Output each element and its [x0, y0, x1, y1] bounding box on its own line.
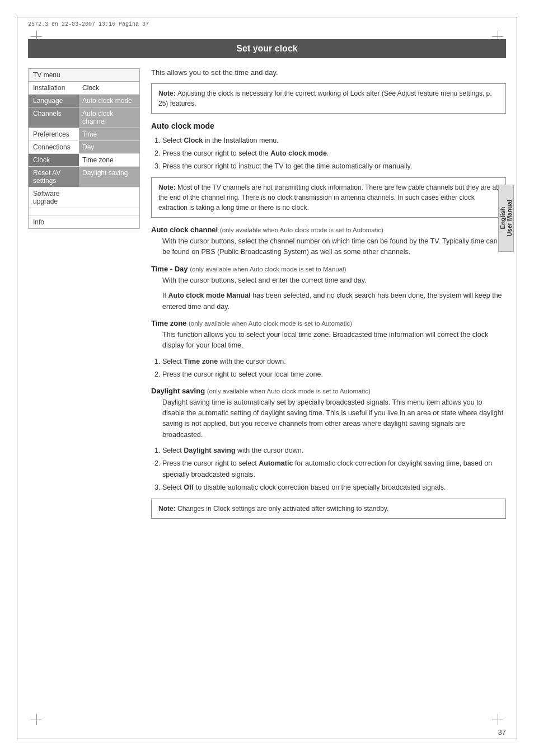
section-auto-clock-channel: Auto clock channel (only available when …: [151, 226, 506, 258]
text-time-zone-intro: This function allows you to select your …: [162, 330, 506, 351]
sub-note-time-day: (only available when Auto clock mode is …: [190, 266, 346, 273]
note-box-auto-clock: Note: Most of the TV channels are not tr…: [151, 177, 506, 218]
steps-auto-clock-mode: Select Clock in the Installation menu. P…: [162, 135, 506, 172]
main-content: Set your clock TV menu Installation Cloc…: [28, 39, 506, 728]
border-top: [17, 17, 517, 17]
menu-row-clock[interactable]: Clock Time zone: [29, 154, 139, 167]
menu-item-auto-clock-channel: Auto clock channel: [79, 107, 139, 128]
side-tab-text: EnglishUser Manual: [499, 200, 513, 236]
menu-item-auto-clock-mode: Auto clock mode: [79, 95, 139, 107]
menu-item-clock-left: Clock: [29, 154, 79, 166]
heading-time-day: Time - Day (only available when Auto clo…: [151, 265, 506, 273]
menu-item-daylight-saving: Daylight saving: [79, 167, 139, 187]
menu-item-reset-av: Reset AV settings: [29, 167, 79, 187]
menu-item-empty: [79, 187, 139, 208]
note-text-auto-clock: Most of the TV channels are not transmit…: [158, 184, 498, 212]
border-bottom: [17, 739, 517, 739]
menu-item-preferences: Preferences: [29, 128, 79, 140]
sub-note-time-zone: (only available when Auto clock mode is …: [189, 320, 352, 327]
heading-daylight-saving: Daylight saving (only available when Aut…: [151, 387, 506, 395]
sub-note-auto-clock-channel: (only available when Auto clock mode is …: [220, 227, 383, 233]
menu-item-day: Day: [79, 141, 139, 153]
step-tz-1: Select Time zone with the cursor down.: [162, 356, 506, 367]
step-3: Press the cursor right to instruct the T…: [162, 161, 506, 172]
note-text-1: Adjusting the clock is necessary for the…: [158, 90, 492, 107]
section-time-zone: Time zone (only available when Auto cloc…: [151, 319, 506, 380]
menu-row-connections[interactable]: Connections Day: [29, 141, 139, 154]
left-column: TV menu Installation Clock Language Auto…: [28, 68, 140, 527]
note-label-2: Note:: [158, 505, 177, 513]
heading-time-zone: Time zone (only available when Auto cloc…: [151, 319, 506, 327]
steps-time-zone: Select Time zone with the cursor down. P…: [162, 356, 506, 380]
menu-row-channels[interactable]: Channels Auto clock channel: [29, 107, 139, 128]
note-box-2: Note: Changes in Clock settings are only…: [151, 499, 506, 519]
menu-item-language: Language: [29, 95, 79, 107]
text-time-day-2: If Auto clock mode Manual has been selec…: [162, 290, 506, 312]
border-left: [17, 17, 17, 739]
page-title: Set your clock: [28, 39, 506, 58]
menu-row-software-upgrade[interactable]: Software upgrade: [29, 187, 139, 208]
menu-row-installation[interactable]: Installation Clock: [29, 82, 139, 95]
step-1: Select Clock in the Installation menu.: [162, 135, 506, 146]
section-daylight-saving: Daylight saving (only available when Aut…: [151, 387, 506, 494]
print-header: 2572.3 en 22-03-2007 13:16 Pagina 37: [28, 21, 149, 27]
menu-row-reset-av[interactable]: Reset AV settings Daylight saving: [29, 167, 139, 187]
menu-row-empty: [29, 208, 139, 216]
right-column: This allows you to set the time and day.…: [151, 68, 506, 527]
note-text-2: Changes in Clock settings are only activ…: [177, 505, 388, 513]
text-daylight-saving-intro: Daylight saving time is automatically se…: [162, 397, 506, 441]
menu-info: Info: [29, 216, 139, 228]
intro-text: This allows you to set the time and day.: [151, 68, 506, 77]
step-ds-1: Select Daylight saving with the cursor d…: [162, 445, 506, 456]
text-auto-clock-channel: With the cursor buttons, select the chan…: [162, 236, 506, 258]
steps-daylight-saving: Select Daylight saving with the cursor d…: [162, 445, 506, 493]
menu-item-time: Time: [79, 128, 139, 140]
step-ds-2: Press the cursor right to select Automat…: [162, 458, 506, 480]
border-right: [517, 17, 517, 739]
menu-item-channels: Channels: [29, 107, 79, 128]
menu-row-preferences[interactable]: Preferences Time: [29, 128, 139, 141]
menu-item-connections: Connections: [29, 141, 79, 153]
menu-row-language[interactable]: Language Auto clock mode: [29, 95, 139, 107]
note-box-1: Note: Adjusting the clock is necessary f…: [151, 83, 506, 114]
note-label-1: Note:: [158, 90, 177, 97]
sub-note-daylight-saving: (only available when Auto clock mode is …: [207, 388, 371, 395]
heading-auto-clock-mode: Auto clock mode: [151, 121, 506, 130]
menu-item-software-upgrade: Software upgrade: [29, 187, 79, 208]
heading-auto-clock-channel: Auto clock channel (only available when …: [151, 226, 506, 234]
step-ds-3: Select Off to disable automatic clock co…: [162, 482, 506, 493]
step-tz-2: Press the cursor right to select your lo…: [162, 369, 506, 380]
tv-menu: TV menu Installation Clock Language Auto…: [28, 68, 140, 229]
section-auto-clock-mode: Auto clock mode Select Clock in the Inst…: [151, 121, 506, 218]
menu-item-time-zone: Time zone: [79, 154, 139, 166]
text-time-day-1: With the cursor buttons, select and ente…: [162, 275, 506, 286]
section-time-day: Time - Day (only available when Auto clo…: [151, 265, 506, 312]
two-column-layout: TV menu Installation Clock Language Auto…: [28, 68, 506, 527]
note-label-auto-clock: Note:: [158, 184, 177, 191]
menu-item-clock: Clock: [79, 82, 139, 94]
menu-item-installation: Installation: [29, 82, 79, 94]
page-number: 37: [498, 728, 506, 736]
tv-menu-header: TV menu: [29, 69, 139, 82]
step-2: Press the cursor right to select the Aut…: [162, 148, 506, 159]
side-tab: EnglishUser Manual: [498, 185, 514, 252]
